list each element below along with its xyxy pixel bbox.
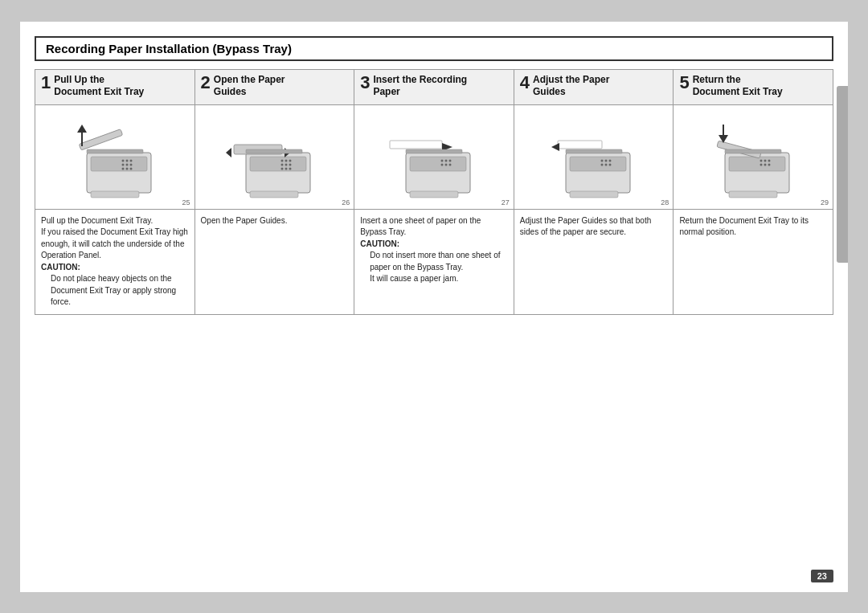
- step-1-text-2: If you raised the Document Exit Tray hig…: [41, 227, 189, 262]
- svg-rect-54: [566, 149, 622, 153]
- step-3-col: 3 Insert the RecordingPaper: [354, 70, 514, 210]
- svg-rect-43: [410, 191, 458, 198]
- svg-point-9: [125, 168, 128, 170]
- step-2-title: Open the PaperGuides: [214, 74, 285, 99]
- step-3-caution-label: CAUTION:: [360, 239, 399, 248]
- svg-point-49: [600, 164, 603, 166]
- svg-point-38: [444, 164, 447, 166]
- step-3-text-col: Insert a one sheet of paper on the Bypas…: [354, 210, 514, 314]
- svg-point-22: [285, 164, 288, 166]
- step-4-col: 4 Adjust the PaperGuides: [514, 70, 674, 210]
- svg-point-62: [764, 164, 767, 166]
- svg-point-21: [281, 164, 284, 166]
- step-1-col: 1 Pull Up theDocument Exit Tray: [35, 70, 195, 210]
- step-1-image: 25: [35, 105, 194, 210]
- step-3-title: Insert the RecordingPaper: [373, 74, 467, 99]
- step-5-image: 29: [674, 105, 833, 210]
- svg-point-5: [121, 164, 124, 166]
- step-4-title: Adjust the PaperGuides: [533, 74, 609, 99]
- svg-rect-40: [390, 141, 442, 149]
- step-2-fax-illustration: [222, 112, 326, 201]
- step-4-page-num: 28: [661, 198, 669, 206]
- step-3-image: 27: [354, 105, 514, 210]
- svg-point-8: [121, 168, 124, 170]
- step-5-col: 5 Return theDocument Exit Tray: [674, 70, 833, 210]
- step-4-header: 4 Adjust the PaperGuides: [514, 70, 674, 105]
- svg-point-34: [440, 160, 443, 162]
- svg-rect-67: [725, 149, 781, 153]
- svg-point-25: [285, 168, 288, 170]
- step-2-image: 26: [195, 105, 354, 210]
- svg-point-61: [760, 164, 763, 166]
- svg-point-60: [768, 160, 771, 162]
- svg-point-10: [129, 168, 132, 170]
- svg-point-6: [125, 164, 128, 166]
- step-3-text-1: Insert a one sheet of paper on the Bypas…: [360, 215, 508, 239]
- svg-point-51: [608, 164, 611, 166]
- step-5-text-1: Return the Document Exit Tray to its nor…: [679, 215, 827, 239]
- svg-point-46: [600, 160, 603, 162]
- svg-rect-52: [558, 141, 602, 149]
- svg-marker-53: [551, 143, 559, 151]
- step-2-text-1: Open the Paper Guides.: [201, 215, 349, 227]
- step-1-header: 1 Pull Up theDocument Exit Tray: [35, 70, 194, 105]
- svg-point-47: [604, 160, 607, 162]
- svg-rect-15: [91, 191, 139, 198]
- step-3-fax-illustration: [382, 112, 486, 201]
- svg-rect-68: [729, 191, 777, 198]
- step-5-number: 5: [679, 74, 689, 92]
- step-4-fax-illustration: [542, 112, 646, 201]
- svg-rect-55: [570, 191, 618, 198]
- svg-point-4: [129, 160, 132, 162]
- step-5-page-num: 29: [821, 198, 829, 206]
- svg-marker-12: [77, 125, 87, 133]
- step-1-text-1: Pull up the Document Exit Tray.: [41, 215, 189, 227]
- svg-point-39: [448, 164, 451, 166]
- step-5-fax-illustration: [701, 112, 805, 201]
- step-1-number: 1: [41, 74, 51, 92]
- svg-point-36: [448, 160, 451, 162]
- page-title: Recording Paper Installation (Bypass Tra…: [35, 36, 833, 61]
- svg-point-24: [281, 168, 284, 170]
- step-2-number: 2: [201, 74, 211, 92]
- svg-point-50: [604, 164, 607, 166]
- steps-header-row: 1 Pull Up theDocument Exit Tray: [35, 69, 833, 210]
- svg-point-23: [289, 164, 292, 166]
- step-1-title: Pull Up theDocument Exit Tray: [54, 74, 144, 99]
- svg-point-63: [768, 164, 771, 166]
- step-2-header: 2 Open the PaperGuides: [195, 70, 354, 105]
- svg-rect-42: [406, 149, 462, 153]
- step-2-page-num: 26: [342, 198, 350, 206]
- svg-point-19: [285, 160, 288, 162]
- step-2-col: 2 Open the PaperGuides: [195, 70, 355, 210]
- step-1-caution-text: Do not place heavy objects on the Docume…: [41, 273, 189, 309]
- svg-point-3: [125, 160, 128, 162]
- svg-point-26: [289, 168, 292, 170]
- svg-point-20: [289, 160, 292, 162]
- svg-point-18: [281, 160, 284, 162]
- step-5-text-col: Return the Document Exit Tray to its nor…: [674, 210, 833, 314]
- step-4-number: 4: [520, 74, 530, 92]
- svg-rect-33: [410, 157, 466, 171]
- svg-point-37: [440, 164, 443, 166]
- svg-point-59: [764, 160, 767, 162]
- svg-rect-45: [570, 157, 626, 171]
- svg-point-58: [760, 160, 763, 162]
- step-5-header: 5 Return theDocument Exit Tray: [674, 70, 833, 105]
- sidebar-tab: [837, 86, 848, 263]
- step-1-text-col: Pull up the Document Exit Tray. If you r…: [35, 210, 195, 314]
- svg-rect-31: [250, 191, 298, 198]
- step-4-text-1: Adjust the Paper Guides so that both sid…: [520, 215, 668, 239]
- svg-rect-57: [729, 157, 785, 171]
- page: Recording Paper Installation (Bypass Tra…: [20, 22, 848, 592]
- svg-rect-30: [246, 149, 302, 153]
- step-5-title: Return theDocument Exit Tray: [693, 74, 783, 99]
- step-1-fax-illustration: [63, 112, 167, 201]
- step-3-page-num: 27: [502, 198, 510, 206]
- svg-rect-1: [91, 157, 147, 171]
- svg-rect-17: [250, 157, 306, 171]
- step-2-text-col: Open the Paper Guides.: [195, 210, 355, 314]
- step-3-header: 3 Insert the RecordingPaper: [354, 70, 514, 105]
- svg-point-35: [444, 160, 447, 162]
- step-4-image: 28: [514, 105, 674, 210]
